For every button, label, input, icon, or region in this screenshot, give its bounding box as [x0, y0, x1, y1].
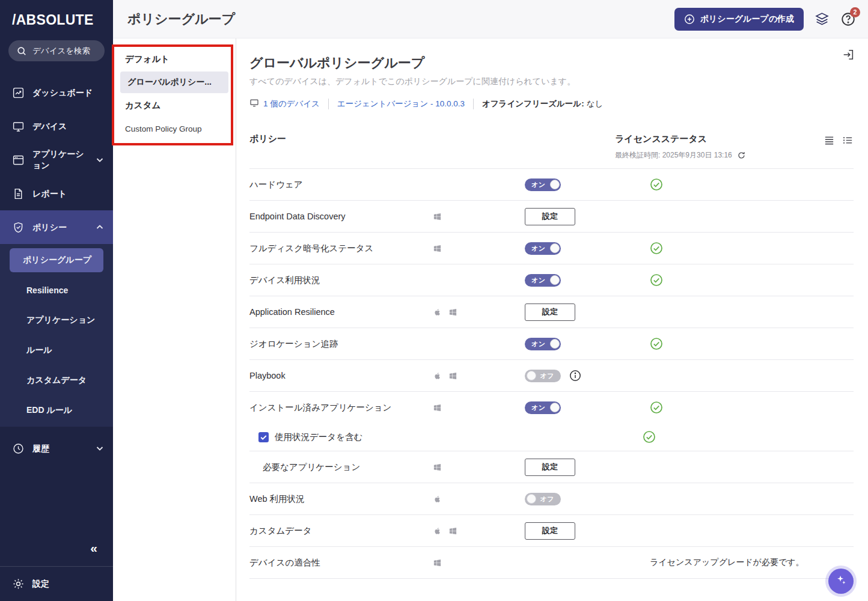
devices-icon [12, 120, 25, 133]
chevron-down-icon [95, 444, 105, 453]
sidebar-item-policy-applications[interactable]: アプリケーション [0, 305, 113, 335]
info-icon[interactable] [569, 370, 581, 382]
sidebar-item-policy[interactable]: ポリシー [0, 210, 113, 244]
layers-icon[interactable] [815, 11, 830, 26]
policy-row-label: ハードウェア [249, 179, 303, 191]
devices-link[interactable]: 1 個のデバイス [249, 98, 320, 109]
configure-button[interactable]: 設定 [525, 304, 575, 321]
group-title: グローバルポリシーグループ [249, 54, 854, 72]
device-search-input[interactable]: デバイスを検索 [8, 40, 105, 61]
toggle-knob [527, 494, 536, 504]
apple-icon [433, 495, 442, 504]
agent-version-link[interactable]: エージェントバージョン - 10.0.0.3 [337, 99, 465, 109]
toggle-knob [550, 243, 560, 253]
sparkle-icon [834, 573, 848, 589]
sidebar-item-resilience[interactable]: Resilience [0, 275, 113, 305]
license-ok-icon [643, 430, 656, 444]
group-section-custom: カスタム [113, 93, 236, 118]
open-panel-icon[interactable] [842, 48, 855, 64]
policy-subnav: ポリシーグループ Resilience アプリケーション ルール カスタムデータ… [0, 244, 113, 427]
collapse-sidebar-button[interactable]: « [0, 541, 113, 566]
windows-icon [433, 463, 442, 472]
policy-row: インストール済みアプリケーションオン [249, 391, 854, 423]
windows-icon [448, 526, 457, 535]
policy-row-label: カスタムデータ [249, 525, 312, 537]
notification-badge: 2 [850, 7, 860, 17]
policy-row-label: Playbook [249, 371, 286, 380]
policy-row: 使用状況データを含む [249, 423, 854, 451]
chevron-down-icon [95, 155, 105, 165]
sidebar-item-devices[interactable]: デバイス [0, 109, 113, 143]
applications-icon [12, 154, 25, 166]
sidebar-nav: ダッシュボード デバイス アプリケーション レポート ポリシー ポリシー [0, 76, 113, 465]
policy-row: Endpoint Data Discovery設定 [249, 200, 854, 232]
windows-icon [433, 403, 442, 412]
sidebar-item-edd-rules[interactable]: EDD ルール [0, 395, 113, 426]
policy-group-list: デフォルト グローバルポリシー... カスタム Custom Policy Gr… [113, 38, 236, 601]
policy-toggle[interactable]: オフ [525, 370, 561, 382]
group-section-default: デフォルト [113, 47, 236, 72]
policy-toggle[interactable]: オン [525, 242, 561, 255]
group-item-custom-policy-group[interactable]: Custom Policy Group [113, 118, 236, 140]
policy-table-header: ポリシー ライセンスステータス 最終検証時間: 2025年9月30日 13:16 [249, 133, 854, 168]
dashboard-icon [12, 87, 25, 99]
refresh-icon[interactable] [737, 151, 746, 160]
create-policy-group-button[interactable]: ポリシーグループの作成 [674, 8, 804, 31]
policy-toggle[interactable]: オン [525, 178, 561, 191]
search-icon [16, 46, 27, 56]
policy-row: カスタムデータ設定 [249, 514, 854, 546]
configure-button[interactable]: 設定 [525, 208, 575, 225]
sidebar-item-policy-groups[interactable]: ポリシーグループ [10, 248, 103, 272]
toggle-knob [550, 403, 560, 412]
policy-row-label: ジオロケーション追跡 [249, 338, 338, 350]
apple-icon [433, 371, 442, 380]
plus-icon [684, 14, 695, 25]
sidebar-item-settings[interactable]: 設定 [0, 566, 113, 601]
license-ok-icon [650, 401, 663, 414]
sidebar-item-reports[interactable]: レポート [0, 177, 113, 210]
ai-assistant-button[interactable] [828, 569, 854, 594]
reports-icon [12, 188, 25, 200]
list-view-icon[interactable] [842, 135, 854, 146]
policy-row: Web 利用状況オフ [249, 483, 854, 514]
topbar-actions: ポリシーグループの作成 2 [674, 8, 856, 31]
view-toggles [824, 135, 854, 146]
policy-toggle[interactable]: オン [525, 401, 561, 414]
configure-button[interactable]: 設定 [525, 459, 575, 476]
absolute-logo: /ABSOLUTE [0, 0, 113, 37]
policy-row: デバイス利用状況オン [249, 264, 854, 296]
windows-icon [448, 308, 457, 317]
search-placeholder: デバイスを検索 [32, 46, 90, 56]
sidebar-item-dashboard[interactable]: ダッシュボード [0, 76, 113, 109]
sidebar-item-applications[interactable]: アプリケーション [0, 143, 113, 177]
group-subtitle: すべてのデバイスは、デフォルトでこのポリシーグループに関連付けられています。 [249, 76, 854, 87]
sidebar-item-history[interactable]: 履歴 [0, 432, 113, 465]
group-item-global-policy[interactable]: グローバルポリシー... [120, 72, 228, 93]
license-ok-icon [650, 242, 663, 255]
toggle-knob [550, 275, 560, 285]
sidebar-spacer [0, 465, 113, 541]
include-usage-data-checkbox[interactable] [258, 432, 269, 442]
policy-row-label: 使用状況データを含む [275, 432, 362, 443]
policy-toggle[interactable]: オン [525, 274, 561, 287]
chevron-up-icon [95, 222, 105, 232]
license-ok-icon [650, 273, 663, 287]
policy-row-label: Endpoint Data Discovery [249, 212, 346, 221]
windows-icon [433, 244, 442, 253]
help-button[interactable]: 2 [840, 11, 856, 27]
workspace: デフォルト グローバルポリシー... カスタム Custom Policy Gr… [113, 38, 868, 601]
configure-button[interactable]: 設定 [525, 522, 575, 540]
policy-row-label: デバイス利用状況 [249, 275, 320, 286]
policy-row: ハードウェアオン [249, 168, 854, 200]
compact-view-icon[interactable] [824, 135, 835, 146]
policy-row-label: フルディスク暗号化ステータス [249, 243, 373, 254]
sidebar-item-rules[interactable]: ルール [0, 335, 113, 365]
app-root: /ABSOLUTE デバイスを検索 ダッシュボード デバイス アプリケーション [0, 0, 868, 601]
policy-row: デバイスの適合性ライセンスアップグレードが必要です。 [249, 546, 854, 578]
policy-row: 必要なアプリケーション設定 [249, 451, 854, 483]
policy-toggle[interactable]: オフ [525, 493, 561, 505]
sidebar-item-custom-data[interactable]: カスタムデータ [0, 365, 113, 395]
license-ok-icon [650, 337, 663, 350]
policy-toggle[interactable]: オン [525, 338, 561, 350]
policy-shield-icon [12, 221, 25, 234]
